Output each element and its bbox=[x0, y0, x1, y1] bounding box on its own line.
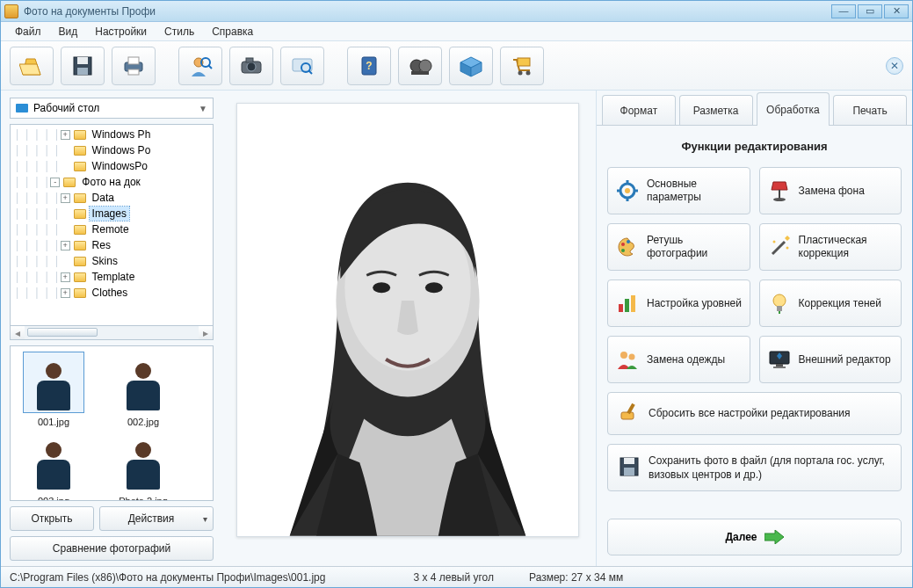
save-to-file-button[interactable]: Сохранить фото в файл (для портала гос. … bbox=[607, 444, 902, 491]
svg-rect-13 bbox=[246, 58, 253, 62]
reset-all-button[interactable]: Сбросить все настройки редактирования bbox=[607, 392, 902, 435]
folder-icon bbox=[74, 162, 86, 171]
titlebar: Фото на документы Профи — ▭ ✕ bbox=[1, 1, 912, 22]
thumbnail[interactable]: 001.jpg bbox=[16, 352, 91, 427]
toolbar: ? ✕ bbox=[1, 41, 912, 91]
print-icon[interactable] bbox=[112, 47, 156, 85]
menu-file[interactable]: Файл bbox=[8, 24, 48, 40]
tree-row[interactable]: │ │ │ │ │ +Res bbox=[11, 237, 213, 253]
tab-print[interactable]: Печать bbox=[833, 95, 907, 125]
fn-label: Коррекция теней bbox=[799, 297, 881, 310]
scroll-right-icon[interactable]: ▸ bbox=[199, 326, 213, 339]
tree-row[interactable]: │ │ │ │ │ +Windows Ph bbox=[11, 127, 213, 142]
svg-rect-51 bbox=[631, 295, 635, 312]
panel-close-icon[interactable]: ✕ bbox=[886, 57, 903, 75]
cart-icon[interactable] bbox=[500, 47, 544, 85]
menu-style[interactable]: Стиль bbox=[157, 24, 201, 40]
folder-icon bbox=[74, 130, 86, 140]
package-icon[interactable] bbox=[449, 47, 493, 85]
tree-label: Res bbox=[90, 238, 113, 252]
tree-label: Clothes bbox=[90, 286, 131, 300]
menu-help[interactable]: Справка bbox=[205, 24, 260, 40]
next-button[interactable]: Далее bbox=[607, 519, 902, 555]
photo-preview bbox=[236, 103, 579, 537]
camera-icon[interactable] bbox=[229, 47, 273, 85]
svg-marker-46 bbox=[785, 236, 790, 241]
svg-line-45 bbox=[772, 242, 785, 254]
fn-label: Внешний редактор bbox=[799, 353, 891, 367]
fn-basic-params[interactable]: Основные параметры bbox=[607, 167, 750, 214]
compare-button[interactable]: Сравнение фотографий bbox=[10, 536, 214, 561]
tab-processing[interactable]: Обработка bbox=[757, 92, 830, 126]
svg-point-32 bbox=[424, 282, 442, 293]
fn-clothes[interactable]: Замена одежды bbox=[607, 336, 750, 383]
menu-settings[interactable]: Настройки bbox=[88, 24, 154, 40]
tab-markup[interactable]: Разметка bbox=[679, 95, 753, 125]
status-path: C:\Program Files (x86)\Фото на документы… bbox=[10, 571, 325, 584]
tree-scrollbar[interactable]: ◂ ▸ bbox=[10, 326, 214, 340]
minimize-button[interactable]: — bbox=[831, 4, 856, 18]
expander-icon[interactable]: + bbox=[61, 272, 70, 282]
scroll-left-icon[interactable]: ◂ bbox=[11, 326, 25, 339]
svg-point-27 bbox=[526, 70, 531, 75]
tab-format[interactable]: Формат bbox=[602, 95, 676, 125]
right-panel: Формат Разметка Обработка Печать Функции… bbox=[596, 91, 912, 566]
tree-row[interactable]: │ │ │ │ │ Remote bbox=[11, 221, 213, 237]
folder-picker[interactable]: Рабочий стол ▼ bbox=[10, 98, 214, 119]
svg-marker-66 bbox=[764, 530, 784, 544]
expander-icon[interactable]: + bbox=[61, 193, 70, 203]
folder-icon bbox=[74, 241, 86, 250]
tree-label: Фото на док bbox=[79, 175, 142, 189]
thumbnail-caption: 002.jpg bbox=[127, 417, 159, 427]
scroll-thumb[interactable] bbox=[27, 328, 98, 337]
desktop-icon bbox=[16, 104, 28, 113]
film-icon[interactable] bbox=[398, 47, 442, 85]
tree-row[interactable]: │ │ │ │ │ WindowsPo bbox=[11, 158, 213, 174]
svg-rect-58 bbox=[776, 364, 783, 367]
folder-icon bbox=[74, 193, 86, 203]
fn-external[interactable]: Внешний редактор bbox=[759, 336, 902, 383]
open-icon[interactable] bbox=[10, 47, 54, 85]
expander-icon[interactable]: + bbox=[61, 130, 70, 140]
maximize-button[interactable]: ▭ bbox=[858, 4, 882, 18]
help-book-icon[interactable]: ? bbox=[347, 47, 391, 85]
person-icon bbox=[123, 358, 163, 410]
svg-point-42 bbox=[621, 243, 625, 246]
wand-icon bbox=[767, 235, 792, 259]
user-edit-icon[interactable] bbox=[178, 47, 222, 85]
next-label: Далее bbox=[725, 531, 757, 543]
expander-icon[interactable]: - bbox=[50, 178, 60, 187]
menu-view[interactable]: Вид bbox=[52, 24, 85, 40]
status-size: Размер: 27 x 34 мм bbox=[529, 571, 623, 584]
tabs: Формат Разметка Обработка Печать bbox=[597, 91, 912, 126]
expander-icon[interactable]: + bbox=[61, 241, 70, 250]
tree-row[interactable]: │ │ │ │ -Фото на док bbox=[11, 174, 213, 190]
tree-row[interactable]: │ │ │ │ │ Images bbox=[11, 206, 213, 221]
zoom-icon[interactable] bbox=[280, 47, 324, 85]
folder-icon bbox=[74, 225, 86, 235]
fn-shadow[interactable]: Коррекция теней bbox=[759, 279, 902, 327]
fn-bg-replace[interactable]: Замена фона bbox=[759, 167, 902, 214]
tree-row[interactable]: │ │ │ │ │ Windows Po bbox=[11, 142, 213, 158]
fn-retouch[interactable]: Ретушь фотографии bbox=[607, 223, 750, 271]
thumbnail[interactable]: 003.jpg bbox=[16, 431, 91, 501]
thumbnail-grid[interactable]: 001.jpg002.jpg003.jpgPhoto 2.jpg bbox=[10, 345, 214, 501]
tree-row[interactable]: │ │ │ │ │ Skins bbox=[11, 253, 213, 269]
tree-row[interactable]: │ │ │ │ │ +Template bbox=[11, 269, 213, 285]
actions-button[interactable]: Действия bbox=[99, 506, 214, 531]
menubar: Файл Вид Настройки Стиль Справка bbox=[1, 22, 912, 41]
fn-levels[interactable]: Настройка уровней bbox=[607, 279, 750, 327]
thumbnail[interactable]: 002.jpg bbox=[105, 352, 181, 427]
tree-label: Windows Ph bbox=[90, 127, 154, 142]
thumbnail[interactable]: Photo 2.jpg bbox=[105, 431, 181, 501]
tree-row[interactable]: │ │ │ │ │ +Clothes bbox=[11, 285, 213, 301]
folder-tree[interactable]: │ │ │ │ │ +Windows Ph│ │ │ │ │ Windows P… bbox=[10, 124, 214, 326]
open-button[interactable]: Открыть bbox=[10, 506, 94, 531]
person-icon bbox=[123, 437, 163, 490]
close-button[interactable]: ✕ bbox=[884, 4, 909, 18]
expander-icon[interactable]: + bbox=[61, 288, 70, 298]
tree-label: Skins bbox=[90, 254, 120, 268]
tree-row[interactable]: │ │ │ │ │ +Data bbox=[11, 190, 213, 206]
save-icon[interactable] bbox=[61, 47, 105, 85]
fn-plastic[interactable]: Пластическая коррекция bbox=[759, 223, 902, 271]
